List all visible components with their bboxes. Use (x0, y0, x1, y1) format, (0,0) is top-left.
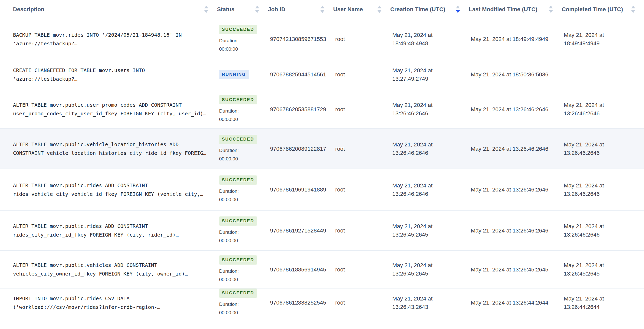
duration-label: Duration: (219, 300, 239, 308)
completed-time: May 21, 2024 at 13:26:46:2646 (562, 101, 644, 118)
job-id: 970678620089122817 (268, 145, 333, 153)
job-row[interactable]: CREATE CHANGEFEED FOR TABLE movr.users I… (0, 59, 644, 90)
column-label: User Name (333, 6, 363, 16)
status-badge: RUNNING (219, 70, 249, 79)
job-status: SUCCEEDED Duration: 00:00:00 (217, 135, 268, 163)
column-label: Completed Time (UTC) (562, 6, 623, 16)
completed-time: May 21, 2024 at 13:26:46:2646 (562, 181, 644, 198)
creation-time: May 21, 2024 at 13:26:43:2643 (390, 294, 469, 311)
sort-icon-active-desc (455, 4, 461, 15)
duration-value: 00:00:00 (219, 236, 238, 245)
user-name: root (333, 226, 390, 235)
job-description: CREATE CHANGEFEED FOR TABLE movr.users I… (0, 66, 217, 83)
job-row[interactable]: ALTER TABLE movr.public.user_promo_codes… (0, 90, 644, 129)
job-id: 970678619691941889 (268, 185, 333, 194)
job-id: 970742130859671553 (268, 35, 333, 43)
creation-time: May 21, 2024 at 18:49:48:4948 (390, 31, 469, 48)
sort-icon (203, 4, 209, 15)
status-badge: SUCCEEDED (219, 216, 257, 226)
job-description: ALTER TABLE movr.public.rides ADD CONSTR… (0, 222, 217, 239)
status-badge: SUCCEEDED (219, 135, 257, 144)
job-status: SUCCEEDED Duration: 00:00:00 (217, 216, 268, 245)
job-description: ALTER TABLE movr.public.vehicles ADD CON… (0, 261, 217, 278)
user-name: root (333, 265, 390, 274)
job-row[interactable]: BACKUP TABLE movr.rides INTO '/2024/05/2… (0, 19, 644, 59)
completed-time: May 21, 2024 at 13:26:46:2646 (562, 222, 644, 239)
job-row[interactable]: IMPORT INTO movr.public.rides CSV DATA (… (0, 289, 644, 317)
job-status: SUCCEEDED Duration: 00:00:00 (217, 255, 268, 284)
duration-label: Duration: (219, 36, 239, 45)
duration-value: 00:00:00 (219, 155, 238, 163)
user-name: root (333, 185, 390, 194)
sort-icon (548, 4, 554, 15)
duration-label: Duration: (219, 267, 239, 275)
job-id: 970678618856914945 (268, 265, 333, 274)
user-name: root (333, 105, 390, 114)
creation-time: May 21, 2024 at 13:26:46:2646 (390, 101, 469, 118)
creation-time: May 21, 2024 at 13:26:45:2645 (390, 222, 469, 239)
duration-label: Duration: (219, 146, 239, 155)
table-header: Description Status Job ID User Name Crea… (0, 0, 644, 19)
sort-icon (254, 4, 260, 15)
column-header-status[interactable]: Status (217, 3, 268, 16)
job-status: RUNNING (217, 70, 268, 79)
job-id: 970678619271528449 (268, 226, 333, 235)
duration-label: Duration: (219, 187, 239, 195)
column-header-user-name[interactable]: User Name (333, 3, 390, 16)
creation-time: May 21, 2024 at 13:26:46:2646 (390, 181, 469, 198)
column-label: Last Modified Time (UTC) (469, 6, 538, 16)
completed-time: May 21, 2024 at 13:26:44:2644 (562, 294, 644, 311)
last-modified-time: May 21, 2024 at 13:26:45:2645 (469, 265, 562, 274)
job-id: 970678825944514561 (268, 70, 333, 79)
duration-value: 00:00:00 (219, 195, 238, 204)
column-header-completed-time[interactable]: Completed Time (UTC) (562, 3, 644, 16)
duration-value: 00:00:00 (219, 45, 238, 53)
column-header-description[interactable]: Description (0, 3, 217, 16)
job-id: 970678612838252545 (268, 298, 333, 307)
job-status: SUCCEEDED Duration: 00:00:00 (217, 25, 268, 53)
job-row[interactable]: ALTER TABLE movr.public.rides ADD CONSTR… (0, 169, 644, 211)
last-modified-time: May 21, 2024 at 13:26:46:2646 (469, 226, 562, 235)
jobs-table: Description Status Job ID User Name Crea… (0, 0, 644, 317)
column-label: Description (13, 6, 44, 16)
user-name: root (333, 145, 390, 153)
sort-icon (630, 4, 636, 15)
column-label: Creation Time (UTC) (390, 6, 445, 16)
last-modified-time: May 21, 2024 at 13:26:46:2646 (469, 105, 562, 114)
status-badge: SUCCEEDED (219, 25, 257, 34)
column-label: Job ID (268, 6, 285, 16)
creation-time: May 21, 2024 at 13:27:49:2749 (390, 66, 469, 83)
status-badge: SUCCEEDED (219, 255, 257, 265)
column-header-creation-time[interactable]: Creation Time (UTC) (390, 3, 469, 16)
duration-label: Duration: (219, 107, 239, 115)
column-header-job-id[interactable]: Job ID (268, 3, 333, 16)
status-badge: SUCCEEDED (219, 175, 257, 185)
job-status: SUCCEEDED Duration: 00:00:00 (217, 175, 268, 204)
status-badge: SUCCEEDED (219, 289, 257, 298)
column-header-last-modified-time[interactable]: Last Modified Time (UTC) (469, 3, 562, 16)
job-row[interactable]: ALTER TABLE movr.public.vehicle_location… (0, 129, 644, 169)
last-modified-time: May 21, 2024 at 13:26:46:2646 (469, 185, 562, 194)
job-row[interactable]: ALTER TABLE movr.public.vehicles ADD CON… (0, 251, 644, 289)
duration-label: Duration: (219, 228, 239, 236)
job-description: ALTER TABLE movr.public.rides ADD CONSTR… (0, 181, 217, 198)
job-description: ALTER TABLE movr.public.vehicle_location… (0, 140, 217, 157)
completed-time: May 21, 2024 at 13:26:46:2646 (562, 140, 644, 157)
duration-value: 00:00:00 (219, 115, 238, 124)
sort-icon (319, 4, 326, 15)
job-description: BACKUP TABLE movr.rides INTO '/2024/05/2… (0, 31, 217, 48)
user-name: root (333, 35, 390, 43)
column-label: Status (217, 6, 234, 16)
completed-time: May 21, 2024 at 18:49:49:4949 (562, 31, 644, 48)
user-name: root (333, 298, 390, 307)
creation-time: May 21, 2024 at 13:26:46:2646 (390, 140, 469, 157)
job-status: SUCCEEDED Duration: 00:00:00 (217, 289, 268, 317)
job-id: 970678620535881729 (268, 105, 333, 114)
duration-value: 00:00:00 (219, 275, 238, 284)
completed-time: May 21, 2024 at 13:26:45:2645 (562, 261, 644, 278)
creation-time: May 21, 2024 at 13:26:45:2645 (390, 261, 469, 278)
job-description: IMPORT INTO movr.public.rides CSV DATA (… (0, 294, 217, 311)
duration-value: 00:00:00 (219, 308, 238, 317)
job-status: SUCCEEDED Duration: 00:00:00 (217, 95, 268, 124)
job-row[interactable]: ALTER TABLE movr.public.rides ADD CONSTR… (0, 211, 644, 251)
